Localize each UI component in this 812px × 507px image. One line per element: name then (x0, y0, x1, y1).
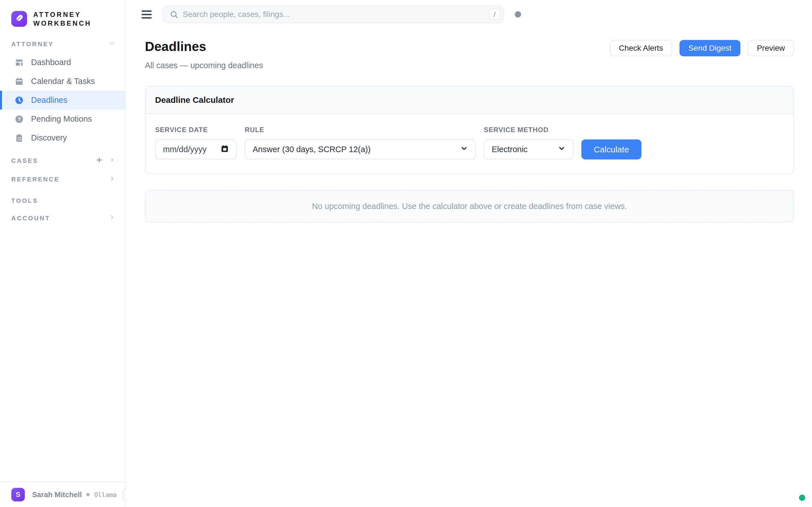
calendar-icon (15, 77, 24, 86)
service-method-select[interactable]: Electronic (484, 139, 573, 159)
calculator-header: Deadline Calculator (146, 87, 794, 114)
avatar: S (11, 488, 25, 501)
sidebar-item-label: Deadlines (31, 96, 67, 105)
page-actions: Check Alerts Send Digest Preview (610, 40, 794, 56)
global-search[interactable]: / (162, 6, 504, 23)
rule-field-group: RULE Answer (30 days, SCRCP 12(a)) (245, 126, 476, 159)
chevron-right-icon[interactable] (109, 175, 116, 184)
page-header: Deadlines All cases — upcoming deadlines… (126, 23, 812, 70)
sidebar-group-label: ACCOUNT (11, 215, 50, 222)
service-date-field-group: SERVICE DATE mm/dd/yyyy (155, 126, 237, 159)
status-indicator-dot[interactable] (515, 11, 521, 17)
sidebar-item-label: Dashboard (31, 58, 71, 67)
sidebar-group-label: REFERENCE (11, 176, 60, 183)
service-date-label: SERVICE DATE (155, 126, 237, 134)
svg-text:?: ? (18, 116, 21, 122)
brand: ATTORNEY WORKBENCH (11, 10, 125, 27)
main-content: / Deadlines All cases — upcoming deadlin… (126, 0, 812, 507)
chevron-down-icon (460, 145, 468, 154)
sidebar-group-label: CASES (11, 157, 38, 165)
service-date-value: mm/dd/yyyy (163, 145, 207, 154)
chevron-right-icon[interactable] (109, 157, 116, 165)
sidebar-item-label: Discovery (31, 133, 67, 143)
chevron-down-icon (558, 145, 566, 154)
sidebar-item-label: Pending Motions (31, 114, 92, 124)
sidebar-item-deadlines[interactable]: Deadlines (0, 91, 125, 110)
avatar-initial: S (16, 491, 20, 499)
engine-label: Ollama (94, 491, 116, 498)
calculator-form: SERVICE DATE mm/dd/yyyy RULE (146, 114, 794, 173)
sidebar-group-reference[interactable]: REFERENCE (0, 173, 125, 186)
page-title: Deadlines (145, 39, 263, 54)
sidebar-item-label: Calendar & Tasks (31, 76, 95, 86)
empty-state-message: No upcoming deadlines. Use the calculato… (312, 202, 627, 211)
sidebar-group-account[interactable]: ACCOUNT (0, 212, 125, 224)
service-method-selected-value: Electronic (492, 145, 527, 154)
sidebar-group-label: TOOLS (11, 197, 38, 205)
user-name: Sarah Mitchell (32, 490, 82, 499)
user-panel[interactable]: S Sarah Mitchell Ollama v3.4 (0, 482, 125, 507)
page-subtitle: All cases — upcoming deadlines (145, 61, 263, 70)
search-input[interactable] (183, 10, 489, 19)
question-icon: ? (15, 115, 24, 124)
add-case-icon[interactable] (95, 156, 103, 166)
sidebar-nav: Dashboard Calendar & Tasks Deadlines (0, 53, 125, 147)
topbar: / (126, 0, 812, 23)
sidebar-section-label: ATTORNEY (11, 41, 54, 48)
rule-label: RULE (245, 126, 476, 134)
sidebar-item-discovery[interactable]: Discovery (0, 128, 125, 147)
app-logo (11, 11, 27, 27)
clock-icon (15, 96, 24, 105)
search-icon (170, 10, 178, 18)
service-date-input[interactable]: mm/dd/yyyy (155, 139, 237, 159)
rule-selected-value: Answer (30 days, SCRCP 12(a)) (253, 145, 371, 154)
deadline-calculator-card: Deadline Calculator SERVICE DATE mm/dd/y… (145, 86, 794, 174)
preview-button[interactable]: Preview (748, 40, 794, 56)
clipboard-icon (15, 133, 24, 143)
slash-shortcut-key: / (489, 9, 500, 20)
sidebar-group-tools[interactable]: TOOLS (0, 194, 125, 207)
send-digest-button[interactable]: Send Digest (679, 40, 741, 56)
sidebar-item-dashboard[interactable]: Dashboard (0, 53, 125, 72)
chevron-down-icon[interactable] (108, 40, 116, 49)
calculate-button[interactable]: Calculate (581, 139, 642, 159)
empty-state: No upcoming deadlines. Use the calculato… (145, 190, 794, 223)
service-method-label: SERVICE METHOD (484, 126, 573, 134)
app-title: ATTORNEY WORKBENCH (33, 10, 91, 27)
calendar-picker-icon[interactable] (220, 144, 229, 155)
rule-select[interactable]: Answer (30 days, SCRCP 12(a)) (245, 139, 476, 159)
sidebar-item-calendar-tasks[interactable]: Calendar & Tasks (0, 72, 125, 91)
hamburger-menu-icon[interactable] (142, 10, 152, 18)
sidebar-group-cases[interactable]: CASES (0, 155, 125, 167)
sidebar-item-pending-motions[interactable]: ? Pending Motions (0, 110, 125, 128)
feather-quill-icon (15, 14, 23, 24)
sidebar-section-attorney[interactable]: ATTORNEY (0, 40, 125, 48)
separator-dot (86, 493, 90, 496)
check-alerts-button[interactable]: Check Alerts (610, 40, 672, 56)
calculator-title: Deadline Calculator (155, 95, 234, 105)
online-status-dot (799, 495, 805, 501)
service-method-field-group: SERVICE METHOD Electronic (484, 126, 573, 159)
chevron-right-icon[interactable] (109, 214, 116, 223)
dashboard-icon (15, 58, 24, 67)
sidebar: ATTORNEY WORKBENCH ATTORNEY Dashboard (0, 0, 126, 507)
